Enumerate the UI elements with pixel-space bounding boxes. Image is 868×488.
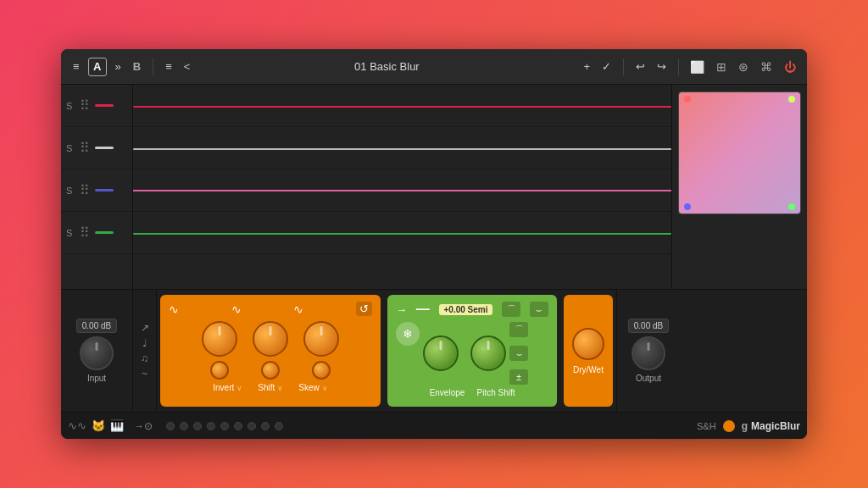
envelope-knob[interactable] [423,336,459,371]
ab-arrows-icon[interactable]: » [112,58,125,75]
green-section-inner: ❄ ⌒ ⌣ ± [396,322,548,385]
nav-back-button[interactable]: < [181,58,194,75]
wave-icon-2: ∿ [231,302,242,316]
invert-knob[interactable] [202,321,237,357]
shift-knob[interactable] [253,321,288,357]
check-icon[interactable]: ✓ [598,58,615,75]
shift-knob-small[interactable] [261,361,280,380]
green-pm-btn[interactable]: ± [509,369,528,385]
xy-dot-top-left [684,96,691,103]
midi-dot-6[interactable] [234,422,242,430]
drywet-knob[interactable] [572,328,604,360]
sequencer-area[interactable] [133,85,671,289]
power-button[interactable]: ⏻ [782,58,798,75]
plugin-name-label: MagicBlur [751,420,800,432]
freeze-button[interactable]: ❄ [396,322,420,346]
track-s-2[interactable]: S [66,143,75,153]
semitone-badge: +0.00 Semi [439,304,493,315]
input-db-display: 0.00 dB [76,319,117,333]
midi-dot-9[interactable] [275,422,283,430]
output-label: Output [636,374,661,383]
shift-label: Shift ∨ [258,383,283,392]
invert-chevron[interactable]: ∨ [236,384,242,392]
track-row-4: S ⠿ [61,212,132,254]
midi-dot-4[interactable] [207,422,215,430]
grid-icon[interactable]: ⊞ [714,58,729,75]
rec-icon[interactable]: ⬜ [687,58,707,75]
lfo-shapes-panel: ↗ ♩ ♫ ~ [133,290,157,412]
lfo-reset-button[interactable]: ↺ [356,302,372,316]
green-arrow-icon[interactable]: → [396,303,407,316]
tab-a[interactable]: A [88,58,107,76]
lfo-shape-2[interactable]: ♩ [142,338,147,348]
preset-display: 01 Basic Blur [198,60,575,73]
output-knob[interactable] [632,336,665,370]
menu-button[interactable]: ≡ [70,58,83,75]
xy-dot-bottom-left [684,203,691,210]
track-s-4[interactable]: S [66,228,75,238]
curve-btn-1[interactable]: ⌒ [502,302,520,317]
track-s-3[interactable]: S [66,186,75,196]
skew-knob[interactable] [303,321,339,357]
lfo-shape-3[interactable]: ♫ [141,353,148,363]
midi-route-icon[interactable]: →⊙ [134,420,153,432]
midi-dot-3[interactable] [193,422,202,430]
track-grid-2[interactable]: ⠿ [80,140,90,156]
piano-icon[interactable]: 🎹 [110,419,124,432]
cat-icon[interactable]: 🐱 [92,419,105,432]
track-color-2 [95,147,114,149]
track-lane-1 [133,85,671,127]
xy-pad[interactable] [678,92,801,214]
track-s-1[interactable]: S [66,101,75,111]
drywet-label: Dry/Wet [573,365,604,374]
xy-dot-bottom-right [788,203,795,210]
orange-label-row: Invert ∨ Shift ∨ Skew ∨ [169,383,372,392]
track-grid-3[interactable]: ⠿ [80,182,90,198]
curve-btn-2[interactable]: ⌣ [530,302,548,317]
link-icon[interactable]: ⊛ [736,58,751,75]
green-fx-section: → — +0.00 Semi ⌒ ⌣ ❄ ⌒ ⌣ [387,295,557,407]
track-row-1: S ⠿ [61,85,132,127]
skew-chevron[interactable]: ∨ [322,384,328,392]
route-icon[interactable]: ⌘ [758,58,775,75]
track-lane-3 [133,169,671,212]
main-area: S ⠿ S ⠿ S ⠿ S ⠿ [61,85,807,289]
pitchshift-knob[interactable] [470,336,506,371]
track-row-2: S ⠿ [61,127,132,169]
skew-label: Skew ∨ [298,383,327,392]
green-down-btn[interactable]: ⌣ [509,346,528,361]
track-grid-4[interactable]: ⠿ [80,225,90,241]
add-icon[interactable]: + [580,58,593,75]
wave-preset-icon[interactable]: ∿∿ [68,419,86,432]
lfo-shape-4[interactable]: ~ [142,369,147,379]
left-panel: S ⠿ S ⠿ S ⠿ S ⠿ [61,85,133,289]
magic-blur-brand: g MagicBlur [742,420,800,432]
midi-dot-7[interactable] [248,422,256,430]
skew-knob-small[interactable] [312,361,331,380]
shift-chevron[interactable]: ∨ [277,384,283,392]
sth-toggle[interactable] [723,420,735,432]
green-up-btn[interactable]: ⌒ [509,322,528,337]
input-knob[interactable] [80,336,114,370]
tab-b[interactable]: B [130,58,144,75]
midi-dot-5[interactable] [220,422,229,430]
midi-dot-1[interactable] [166,422,175,430]
lfo-shape-1[interactable]: ↗ [141,323,149,333]
header-divider-2 [623,58,624,75]
invert-knob-small[interactable] [210,361,229,380]
track-lane-4 [133,212,671,254]
track-lane-2 [133,127,671,169]
redo-button[interactable]: ↪ [654,58,670,75]
input-section: 0.00 dB Input [61,290,133,412]
align-icon[interactable]: ≡ [162,58,175,75]
g-logo-icon: g [742,420,748,432]
undo-button[interactable]: ↩ [632,58,648,75]
midi-dot-2[interactable] [180,422,188,430]
sth-label: S&H [697,421,716,431]
green-top-row: → — +0.00 Semi ⌒ ⌣ [396,302,548,317]
bottom-bar: ∿∿ 🐱 🎹 →⊙ S&H g MagicBlur [61,412,807,439]
invert-knob-group [202,321,237,380]
midi-dot-8[interactable] [261,422,270,430]
pitchshift-knob-group [470,336,506,371]
track-grid-1[interactable]: ⠿ [80,97,90,114]
